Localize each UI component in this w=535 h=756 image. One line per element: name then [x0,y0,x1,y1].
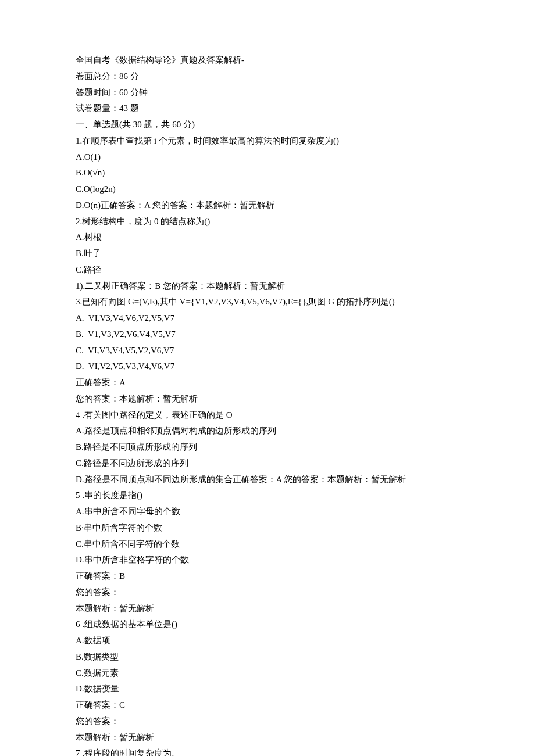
q5-option-b: B·串中所含字符的个数 [76,520,459,536]
q6-stem: 6 .组成数据的基本单位是() [76,617,459,633]
q6-your-answer: 您的答案： [76,714,459,730]
q1-stem: 1.在顺序表中查找第 i 个元素，时间效率最高的算法的时间复杂度为() [76,133,459,149]
q4-option-b: B.路径是不同顶点所形成的序列 [76,439,459,456]
q6-answer: 正确答案：C [76,697,459,714]
meta-question-count: 试卷题量：43 题 [76,101,459,117]
q7-stem: 7 .程序段的时间复杂度为。 [76,746,459,756]
q3-your-answer: 您的答案：本题解析：暂无解析 [76,391,459,407]
q1-option-d: D.O(n)正确答案：A 您的答案：本题解析：暂无解析 [76,198,459,214]
q3-option-a: A. VI,V3,V4,V6,V2,V5,V7 [76,310,459,327]
q6-option-a: A.数据项 [76,633,459,649]
q5-option-d: D.串中所含非空格字符的个数 [76,552,459,568]
doc-title: 全国自考《数据结构导论》真题及答案解析- [76,52,459,69]
q1-option-c: C.O(log2n) [76,181,459,198]
q2-stem: 2.树形结构中，度为 0 的结点称为() [76,214,459,230]
meta-duration: 答题时间：60 分钟 [76,85,459,101]
q4-option-d: D.路径是不同顶点和不同边所形成的集合正确答案：A 您的答案：本题解析：暂无解析 [76,472,459,488]
q1-option-b: B.O(√n) [76,165,459,181]
q2-option-b: B.叶子 [76,246,459,262]
q6-option-c: C.数据元素 [76,665,459,682]
q2-option-d: 1).二叉树正确答案：B 您的答案：本题解析：暂无解析 [76,278,459,295]
q3-answer: 正确答案：A [76,375,459,391]
q4-stem: 4 .有关图中路径的定义，表述正确的是 O [76,407,459,424]
q3-stem: 3.已知有向图 G=(V,E),其中 V={V1,V2,V3,V4,V5,V6,… [76,294,459,310]
q5-stem: 5 .串的长度是指() [76,488,459,504]
q5-your-answer: 您的答案： [76,585,459,601]
q3-option-c: C. VI,V3,V4,V5,V2,V6,V7 [76,343,459,359]
q4-option-c: C.路径是不同边所形成的序列 [76,456,459,472]
q1-option-a: Λ.O(1) [76,149,459,166]
q5-analysis: 本题解析：暂无解析 [76,601,459,617]
q4-option-a: A.路径是顶点和相邻顶点偶对构成的边所形成的序列 [76,423,459,439]
q3-option-b: B. V1,V3,V2,V6,V4,V5,V7 [76,327,459,343]
q3-option-d: D. VI,V2,V5,V3,V4,V6,V7 [76,359,459,375]
q6-option-d: D.数据变量 [76,681,459,697]
q2-option-c: C.路径 [76,262,459,278]
meta-total-score: 卷面总分：86 分 [76,69,459,85]
q6-analysis: 本题解析：暂无解析 [76,730,459,746]
q2-option-a: A.树根 [76,230,459,246]
section-header: 一、单选题(共 30 题，共 60 分) [76,117,459,133]
q6-option-b: B.数据类型 [76,649,459,665]
q5-option-c: C.串中所含不同字符的个数 [76,536,459,553]
q5-answer: 正确答案：B [76,568,459,585]
q5-option-a: A.串中所含不同字母的个数 [76,504,459,520]
